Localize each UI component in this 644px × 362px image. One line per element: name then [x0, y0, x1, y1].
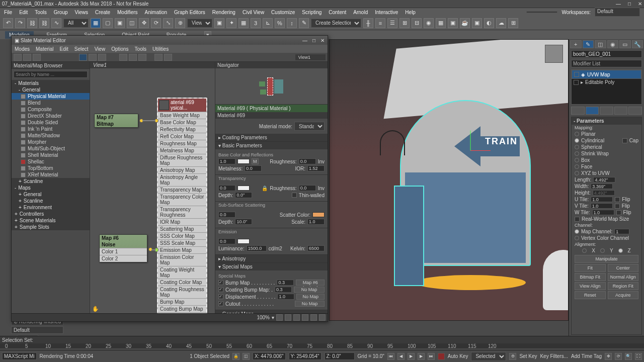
slate-minimize-icon[interactable]: —	[302, 38, 307, 43]
slate-menu-modes[interactable]: Modes	[15, 46, 30, 52]
manipulate-button[interactable]: Manipulate	[575, 255, 638, 263]
redo-icon[interactable]: ↷	[15, 18, 25, 28]
rendered-frame-icon[interactable]: ▣	[448, 18, 458, 28]
stack-remove-icon[interactable]	[614, 107, 628, 115]
menu-civilview[interactable]: Civil View	[243, 10, 264, 15]
filter-dropdown[interactable]: All	[63, 19, 89, 28]
map-spherical[interactable]: Spherical	[572, 144, 641, 150]
acquire-button[interactable]: Acquire	[608, 291, 639, 299]
user-badge[interactable]	[526, 11, 557, 13]
trans-rough-spinner[interactable]: 0.0	[299, 185, 316, 191]
map-xyz[interactable]: XYZ to UVW	[572, 170, 641, 176]
map6-color2[interactable]: Color 2	[100, 255, 147, 262]
schematic-icon[interactable]: ⊟	[412, 18, 422, 28]
slot-base-color[interactable]: Base Color Map	[158, 119, 206, 126]
disp-map-button[interactable]: No Map	[296, 294, 325, 300]
slate-menu-view[interactable]: View	[95, 46, 106, 52]
ior-spinner[interactable]: 1.52	[307, 165, 325, 171]
modifier-list-dropdown[interactable]: Modifier List	[571, 60, 642, 67]
slot-coating-color[interactable]: Coating Color Map	[158, 279, 206, 286]
activeshade-icon[interactable]: ◐	[484, 18, 494, 28]
map-shrinkwrap[interactable]: Shrink Wrap	[572, 150, 641, 157]
viewcube[interactable]	[545, 45, 563, 63]
map-box[interactable]: Box	[572, 157, 641, 163]
sss-depth-spinner[interactable]: 10.0"	[235, 219, 252, 225]
cmdtab-create-icon[interactable]: +	[570, 40, 582, 48]
slate-maximize-icon[interactable]: □	[312, 38, 315, 43]
rollout-coating[interactable]: ▸ Coating Parameters	[215, 134, 328, 141]
slate-layoutall-icon[interactable]	[89, 54, 97, 61]
nav-fit-icon[interactable]	[319, 314, 326, 321]
tree-environment[interactable]: + Environment	[12, 204, 90, 211]
param-scroll[interactable]: Material mode: Standard ▸ Coating Parame…	[215, 119, 328, 313]
node-map6[interactable]: Map #6 Noise Color 1 Color 2	[99, 234, 147, 262]
disp-amount-spinner[interactable]: 1.0	[277, 294, 294, 300]
base-color-mapbtn[interactable]: M	[252, 158, 259, 164]
material-editor-icon[interactable]: ◉	[424, 18, 434, 28]
tree-doublesided[interactable]: Double Sided	[12, 119, 90, 126]
render-preset[interactable]: Default	[11, 326, 63, 334]
menu-scripting[interactable]: Scripting	[302, 10, 321, 15]
kelvin-spinner[interactable]: 6500	[307, 245, 325, 251]
slot-displacement[interactable]: Displacement Map	[158, 312, 206, 313]
slot-base-weight[interactable]: Base Weight Map	[158, 112, 206, 119]
render-setup-icon[interactable]: ▦	[436, 18, 446, 28]
slate-mateditor-icon[interactable]	[119, 54, 127, 61]
width-spinner[interactable]: 3.369"	[591, 184, 613, 189]
selset-edit-icon[interactable]: ✎	[299, 18, 309, 28]
realworld-checkbox[interactable]	[575, 217, 580, 222]
trans-weight-spinner[interactable]: 0.0	[218, 185, 235, 191]
node-material69[interactable]: aterial #69ysical... Base Weight Map Bas…	[157, 98, 207, 313]
move-icon[interactable]: ✥	[139, 18, 149, 28]
zoom-dropdown-icon[interactable]: ▾	[272, 315, 274, 320]
viewalign-button[interactable]: View Align	[575, 282, 606, 290]
stack-editablepoly[interactable]: ▸ Editable Poly	[572, 79, 641, 85]
menu-views[interactable]: Views	[75, 10, 89, 15]
select-paint-icon[interactable]: ◫	[127, 18, 137, 28]
menu-help[interactable]: Help	[405, 10, 416, 15]
pivot-icon[interactable]: ▣	[214, 18, 224, 28]
slot-metalness[interactable]: Metalness Map	[158, 147, 206, 154]
manip-icon[interactable]: ✦	[226, 18, 236, 28]
stack-config-icon[interactable]	[628, 107, 642, 115]
length-spinner[interactable]: 4.492"	[593, 177, 615, 183]
base-color-swatch[interactable]	[237, 159, 250, 164]
render-iter-icon[interactable]: ▣	[472, 18, 482, 28]
menu-rendering[interactable]: Rendering	[212, 10, 235, 15]
trans-depth-spinner[interactable]: 0.0"	[235, 192, 252, 198]
bitmapfit-button[interactable]: Bitmap Fit	[575, 273, 606, 281]
sss-weight-spinner[interactable]: 0.0	[218, 212, 235, 218]
viewport-perspective[interactable]: TRAIN	[329, 39, 569, 321]
coatbump-amount-spinner[interactable]: 0.3	[275, 287, 292, 293]
cap-checkbox[interactable]	[622, 138, 627, 143]
bump-map-button[interactable]: Map #6 (Noise )	[296, 280, 325, 286]
tree-directx[interactable]: DirectX Shader	[12, 113, 90, 119]
slot-ior[interactable]: IOR Map	[158, 218, 206, 225]
cutout-checkbox[interactable]	[218, 301, 223, 306]
viewport-orbit-icon[interactable]: ⟳	[615, 353, 622, 360]
menu-group[interactable]: Group	[54, 10, 68, 15]
vflip-checkbox[interactable]	[615, 204, 620, 209]
keymode-icon[interactable]: ▦	[238, 18, 249, 28]
coord-y[interactable]: Y: 2549.054"	[289, 352, 321, 360]
navigator-thumbnail[interactable]	[215, 68, 328, 105]
tree-morpher[interactable]: Morpher	[12, 139, 90, 145]
slot-transparency[interactable]: Transparency Map	[158, 186, 206, 193]
reset-button[interactable]: Reset	[575, 291, 606, 299]
select-crossing-icon[interactable]: ▣	[115, 18, 125, 28]
slate-previewopt-icon[interactable]	[164, 54, 172, 61]
tree-maps-scanline[interactable]: + Scanline	[12, 198, 90, 204]
coatbump-checkbox[interactable]	[218, 287, 223, 292]
menu-animation[interactable]: Animation	[145, 10, 167, 15]
slot-transrough[interactable]: Transparency Roughness	[158, 206, 206, 218]
key-selected-dropdown[interactable]: Selected	[471, 352, 506, 361]
slot-coating-weight[interactable]: Coating Weight Map	[158, 266, 206, 279]
time-slider[interactable]: Selection Set:	[0, 336, 644, 343]
vertcol-radio[interactable]	[575, 236, 579, 240]
emission-weight-spinner[interactable]: 0.0	[218, 238, 235, 244]
timeline-ruler[interactable]: 0510152025303540455055606570758085909510…	[0, 343, 644, 348]
node-graph-area[interactable]: Map #7 Bitmap Map #6 Noise Color 1 Color…	[90, 68, 215, 313]
slot-roughness[interactable]: Roughness Map	[158, 140, 206, 147]
stack-unique-icon[interactable]	[600, 107, 613, 115]
mirror-icon[interactable]: ╫	[363, 18, 373, 28]
